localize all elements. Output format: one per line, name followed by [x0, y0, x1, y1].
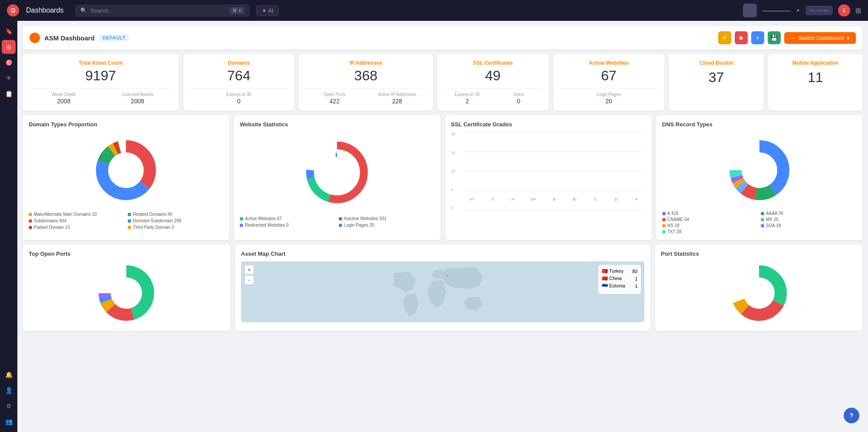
map-zoom-in[interactable]: + [244, 265, 254, 274]
switch-chevron: ▾ [847, 35, 850, 41]
stat-value-mobile: 11 [774, 69, 857, 86]
sidebar-item-bookmarks[interactable]: 🔖 [2, 24, 16, 38]
legend-dot-login [339, 224, 342, 227]
search-icon: 🔍 [80, 7, 87, 13]
default-badge: DEFAULT [99, 34, 129, 41]
bar-a-plus: A+ [463, 196, 481, 201]
dashboard-logo [30, 33, 40, 43]
action-btn-yellow[interactable]: ⚡ [718, 31, 731, 44]
stat-value-cloud: 37 [675, 69, 757, 86]
legend-cname: CNAME 54 [662, 217, 758, 222]
charts-row: Domain Types Proportion [23, 115, 863, 240]
chart-title-domain-types: Domain Types Proportion [29, 121, 223, 128]
chart-title-website-stats: Website Statistics [240, 121, 434, 128]
main-layout: 🔖 ◎ 🎯 👁 📋 🔔 👤 ⚙ 👥 ASM Dashboard DEFAULT … [0, 21, 868, 432]
map-legend-china: 🇨🇳 China 1 [602, 276, 637, 281]
bar-a: A [484, 196, 502, 201]
stat-sub-row-ssl: Expires in 30 2 Vulns 0 [443, 88, 543, 105]
stat-label-domains: Domains [189, 60, 289, 66]
legend-login-pages: Login Pages 20 [339, 223, 434, 228]
legend-subdomains: Subdomains 404 [29, 218, 124, 223]
legend-txt: TXT 28 [662, 229, 758, 234]
nav-workspace[interactable]: — — — [805, 6, 833, 15]
sidebar-item-monitor[interactable]: 👁 [2, 71, 16, 85]
sidebar-item-team[interactable]: 👥 [2, 415, 16, 429]
stat-value-ip: 368 [305, 68, 426, 84]
bar-c: C [587, 196, 604, 201]
svg-point-29 [744, 278, 774, 308]
map-area: + - 🇹🇷 Turkey 80 🇨🇳 China 1 [241, 261, 645, 322]
sidebar: 🔖 ◎ 🎯 👁 📋 🔔 👤 ⚙ 👥 [0, 21, 17, 432]
stat-label-websites: Active Websites [559, 60, 659, 66]
action-btn-red[interactable]: ■ [735, 31, 748, 44]
svg-point-5 [109, 153, 143, 188]
dashboard-actions: ⚡ ■ + 💾 ↔ Switch Dashboard ▾ [718, 31, 856, 44]
chart-title-asset-map: Asset Map Chart [241, 251, 645, 257]
app-title: Dashboards [26, 7, 63, 14]
map-zoom-out[interactable]: - [244, 275, 254, 285]
legend-third-party: Third Party Domain 3 [128, 225, 223, 230]
chart-port-stats: Port Statistics [655, 244, 863, 331]
chart-title-port-stats: Port Statistics [661, 251, 857, 257]
nav-avatar [743, 3, 757, 17]
stat-card-mobile: Mobile Application 11 [768, 54, 863, 111]
grid-icon[interactable]: ⊞ [855, 7, 861, 15]
stat-value-domains: 764 [189, 68, 289, 84]
search-bar[interactable]: 🔍 Search... ⌘ K [76, 5, 249, 16]
bar-f: F [627, 196, 645, 201]
bar-d: D [607, 196, 625, 201]
legend-dot-third [128, 226, 131, 229]
help-button[interactable]: ? [844, 408, 859, 423]
ai-button[interactable]: ✦ AI [256, 5, 279, 16]
stat-sub-row-total: Asset Credit 2008 Licensed Assets 2008 [29, 88, 173, 105]
legend-dot-related [128, 213, 131, 216]
notification-bell[interactable]: 1 [838, 4, 850, 16]
ssl-bars: A+ A A- B+ [463, 132, 646, 201]
stat-label-ip: IP Addresses [305, 60, 426, 66]
legend-soa: SOA 18 [761, 223, 857, 228]
stat-card-cloud-bucket: Cloud Bucket 37 [669, 54, 763, 111]
domain-types-legend: Main/Alternate Main Domains 10 Related D… [29, 212, 223, 230]
map-zoom-controls: + - [244, 265, 254, 285]
svg-point-18 [742, 153, 777, 188]
legend-dot-inactive-web [339, 217, 342, 221]
sidebar-item-alerts[interactable]: 🔔 [2, 368, 16, 382]
domain-types-donut [29, 132, 223, 208]
stat-sub-active-ip: Active IP Addresses 228 [368, 92, 427, 105]
chart-dns-record-types: DNS Record Types [656, 115, 863, 240]
nav-chevron[interactable]: ▼ [795, 8, 800, 13]
port-stats-donut [661, 261, 857, 325]
legend-mx: MX 25 [761, 217, 857, 222]
bottom-row: Top Open Ports Asset Map Chart [23, 244, 863, 331]
stat-card-total-asset-count: Total Asset Count 9197 Asset Credit 2008… [23, 54, 179, 111]
action-btn-save[interactable]: 💾 [768, 31, 781, 44]
stat-card-domains: Domains 764 Expires in 30 0 [183, 54, 295, 111]
legend-a: A 416 [662, 211, 758, 216]
legend-dot-subdomains [29, 219, 32, 223]
stat-value-total: 9197 [29, 68, 173, 84]
legend-related-domains: Related Domains 40 [128, 212, 223, 217]
legend-parked: Parked Domain 13 [29, 225, 124, 230]
bar-b: B [545, 196, 563, 201]
stat-sub-expires-domains: Expires in 30 0 [189, 92, 289, 105]
legend-aaaa: AAAA 76 [761, 211, 857, 216]
legend-redirected: Redirected Websites 0 [240, 223, 335, 228]
sidebar-item-dashboard[interactable]: ◎ [2, 40, 16, 54]
sidebar-item-users[interactable]: 👤 [2, 383, 16, 397]
stat-card-ip-addresses: IP Addresses 368 Open Ports 422 Active I… [299, 54, 432, 111]
switch-dashboard-button[interactable]: ↔ Switch Dashboard ▾ [784, 32, 856, 44]
chart-website-stats: Website Statistics Activ [234, 115, 440, 240]
bar-b-plus: B+ [525, 196, 543, 201]
dns-donut [662, 132, 857, 208]
action-btn-add[interactable]: + [751, 31, 764, 44]
bar-a-minus: A- [504, 196, 522, 201]
chart-top-open-ports: Top Open Ports [23, 244, 231, 331]
map-legend-estonia: 🇪🇪 Estonia 1 [602, 283, 637, 289]
dashboard-header: ASM Dashboard DEFAULT ⚡ ■ + 💾 ↔ Switch D… [23, 26, 863, 49]
stat-sub-row-domains: Expires in 30 0 [189, 88, 289, 105]
sidebar-item-targets[interactable]: 🎯 [2, 56, 16, 69]
sidebar-item-reports[interactable]: 📋 [2, 87, 16, 101]
legend-dot-active-web [240, 217, 243, 221]
legend-main-domains: Main/Alternate Main Domains 10 [29, 212, 124, 217]
sidebar-item-settings[interactable]: ⚙ [2, 399, 16, 413]
